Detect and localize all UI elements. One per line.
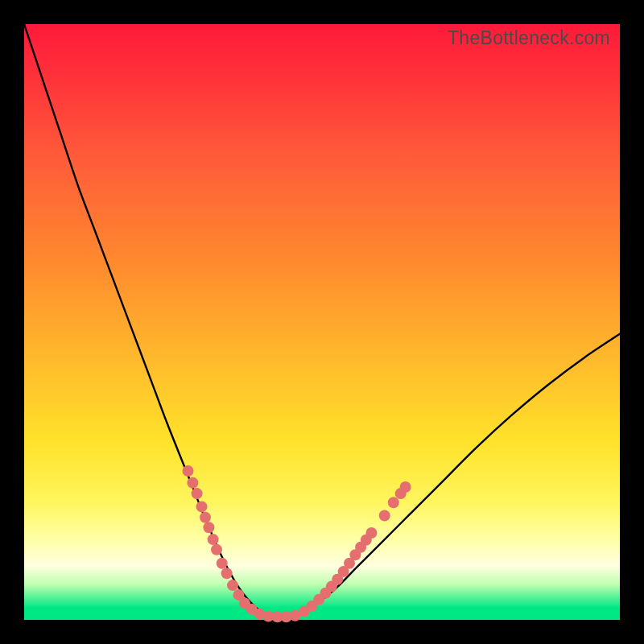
data-dot [208, 534, 219, 545]
plot-area: TheBottleneck.com [24, 24, 620, 620]
data-dot [187, 477, 198, 489]
data-dot [200, 512, 211, 523]
data-dot [217, 558, 228, 569]
data-dot [203, 522, 214, 533]
bottleneck-curve [24, 24, 620, 617]
data-dot [221, 568, 233, 579]
data-dot [365, 527, 377, 539]
data-dot [388, 497, 399, 508]
data-dot [379, 510, 390, 522]
chart-frame: TheBottleneck.com [0, 0, 644, 644]
data-dot [211, 544, 222, 555]
data-dot [192, 488, 203, 499]
data-dot [183, 465, 194, 477]
data-dot [196, 501, 208, 512]
data-dot [227, 580, 238, 591]
data-dot [400, 481, 411, 493]
chart-svg [24, 24, 620, 620]
